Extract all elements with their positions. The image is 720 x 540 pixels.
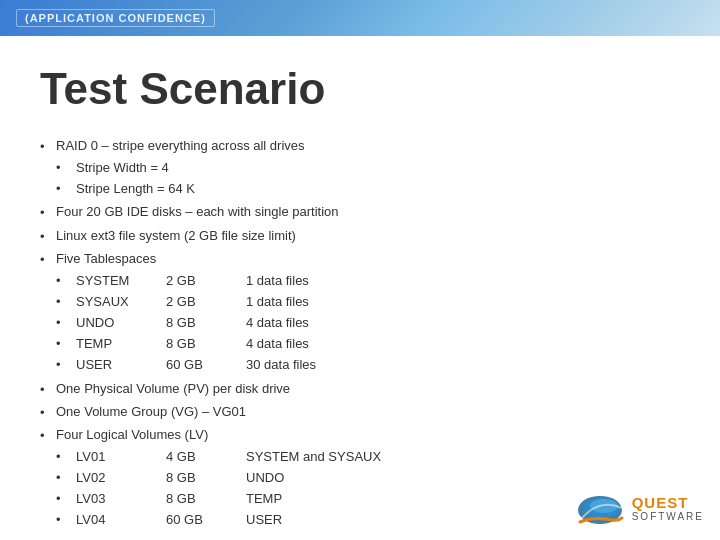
bullet-dot: • — [40, 426, 56, 446]
tablespaces-label: Five Tablespaces — [56, 251, 156, 266]
tablespace-row: USER 60 GB 30 data files — [76, 355, 680, 375]
list-item: • Four 20 GB IDE disks – each with singl… — [40, 202, 680, 223]
ts-name: USER — [76, 355, 166, 375]
ts-desc: 4 data files — [246, 334, 680, 354]
sub-dot: • — [56, 355, 76, 375]
sub-dot: • — [56, 292, 76, 312]
main-bullet-list: • RAID 0 – stripe everything across all … — [40, 136, 680, 532]
sub-dot: • — [56, 468, 76, 488]
lv-desc: SYSTEM and SYSAUX — [246, 447, 680, 467]
list-item: • Stripe Width = 4 — [56, 158, 680, 178]
list-item: • One Physical Volume (PV) per disk driv… — [40, 379, 680, 400]
ts-size: 2 GB — [166, 271, 246, 291]
sub-dot: • — [56, 271, 76, 291]
tablespace-row: SYSAUX 2 GB 1 data files — [76, 292, 680, 312]
lv-size: 8 GB — [166, 468, 246, 488]
sub-dot: • — [56, 510, 76, 530]
ide-disks-text: Four 20 GB IDE disks – each with single … — [56, 202, 680, 222]
lv-label: Four Logical Volumes (LV) — [56, 427, 208, 442]
tablespace-row: TEMP 8 GB 4 data files — [76, 334, 680, 354]
ts-name: SYSTEM — [76, 271, 166, 291]
ts-desc: 1 data files — [246, 271, 680, 291]
list-item: • LV02 8 GB UNDO — [56, 468, 680, 488]
bullet-dot: • — [40, 380, 56, 400]
ts-desc: 4 data files — [246, 313, 680, 333]
ts-desc: 30 data files — [246, 355, 680, 375]
pv-text: One Physical Volume (PV) per disk drive — [56, 379, 680, 399]
tablespaces-section: Five Tablespaces • SYSTEM 2 GB 1 data fi… — [56, 249, 680, 377]
sub-dot: • — [56, 158, 76, 178]
ts-name: UNDO — [76, 313, 166, 333]
lv-name: LV01 — [76, 447, 166, 467]
bullet-dot: • — [40, 403, 56, 423]
lv-size: 8 GB — [166, 489, 246, 509]
list-item: • SYSAUX 2 GB 1 data files — [56, 292, 680, 312]
lv-row: LV02 8 GB UNDO — [76, 468, 680, 488]
tablespace-row: SYSTEM 2 GB 1 data files — [76, 271, 680, 291]
tablespace-row: UNDO 8 GB 4 data files — [76, 313, 680, 333]
lv-row: LV01 4 GB SYSTEM and SYSAUX — [76, 447, 680, 467]
lv-size: 4 GB — [166, 447, 246, 467]
logo-text-block: QUEST SOFTWARE — [632, 495, 704, 522]
ts-size: 8 GB — [166, 313, 246, 333]
header-bar: (APPLICATION CONFIDENCE) — [0, 0, 720, 36]
list-item: • Five Tablespaces • SYSTEM 2 GB 1 data … — [40, 249, 680, 377]
app-confidence-label: (APPLICATION CONFIDENCE) — [16, 9, 215, 27]
sub-dot: • — [56, 179, 76, 199]
ts-size: 2 GB — [166, 292, 246, 312]
vg-text: One Volume Group (VG) – VG01 — [56, 402, 680, 422]
raid-sub-list: • Stripe Width = 4 • Stripe Length = 64 … — [56, 158, 680, 199]
content-body: • RAID 0 – stripe everything across all … — [40, 136, 680, 532]
bullet-dot: • — [40, 250, 56, 270]
bullet-text: RAID 0 – stripe everything across all dr… — [56, 136, 680, 200]
list-item: • RAID 0 – stripe everything across all … — [40, 136, 680, 200]
lv-name: LV02 — [76, 468, 166, 488]
lv-name: LV04 — [76, 510, 166, 530]
list-item: • USER 60 GB 30 data files — [56, 355, 680, 375]
list-item: • Stripe Length = 64 K — [56, 179, 680, 199]
linux-ext3-text: Linux ext3 file system (2 GB file size l… — [56, 226, 680, 246]
page-title: Test Scenario — [40, 64, 680, 114]
list-item: • Linux ext3 file system (2 GB file size… — [40, 226, 680, 247]
tablespaces-sub-list: • SYSTEM 2 GB 1 data files • SYSAUX — [56, 271, 680, 376]
ts-name: SYSAUX — [76, 292, 166, 312]
stripe-width-text: Stripe Width = 4 — [76, 158, 680, 178]
logo-quest-text: QUEST — [632, 495, 689, 510]
ts-size: 60 GB — [166, 355, 246, 375]
footer-logo: QUEST SOFTWARE — [574, 488, 704, 528]
stripe-length-text: Stripe Length = 64 K — [76, 179, 680, 199]
list-item: • One Volume Group (VG) – VG01 — [40, 402, 680, 423]
list-item: • UNDO 8 GB 4 data files — [56, 313, 680, 333]
bullet-dot: • — [40, 203, 56, 223]
logo-software-text: SOFTWARE — [632, 512, 704, 522]
ts-name: TEMP — [76, 334, 166, 354]
list-item: • TEMP 8 GB 4 data files — [56, 334, 680, 354]
lv-desc: UNDO — [246, 468, 680, 488]
sub-dot: • — [56, 489, 76, 509]
bullet-dot: • — [40, 227, 56, 247]
sub-dot: • — [56, 447, 76, 467]
quest-logo-icon — [574, 488, 626, 528]
ts-desc: 1 data files — [246, 292, 680, 312]
list-item: • LV01 4 GB SYSTEM and SYSAUX — [56, 447, 680, 467]
main-content: Test Scenario • RAID 0 – stripe everythi… — [0, 36, 720, 540]
sub-dot: • — [56, 313, 76, 333]
bullet-dot: • — [40, 137, 56, 157]
list-item: • SYSTEM 2 GB 1 data files — [56, 271, 680, 291]
sub-dot: • — [56, 334, 76, 354]
lv-name: LV03 — [76, 489, 166, 509]
raid-text: RAID 0 – stripe everything across all dr… — [56, 138, 305, 153]
lv-size: 60 GB — [166, 510, 246, 530]
ts-size: 8 GB — [166, 334, 246, 354]
